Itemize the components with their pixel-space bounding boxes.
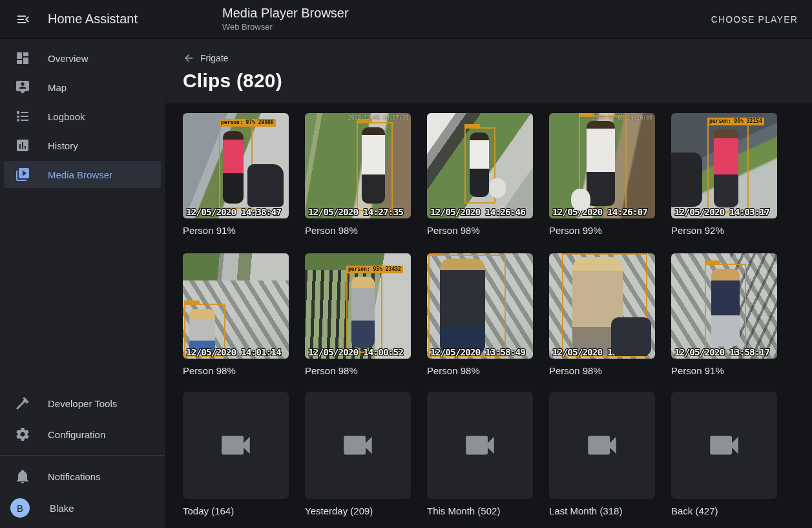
folder-item[interactable]: This Month (502) xyxy=(427,392,533,517)
clip-timestamp: 12/05/2020 13:58:30 xyxy=(552,348,647,357)
clip-label: Person 92% xyxy=(671,225,777,237)
sidebar-toggle-button[interactable] xyxy=(12,8,35,31)
clip-thumbnail: 12/05/2020 13:58:49 xyxy=(427,253,533,359)
clip-timestamp: 12/05/2020 13:58:17 xyxy=(674,348,769,357)
detection-score-tag: person: 96% 32154 xyxy=(707,118,764,125)
folder-label: Today (164) xyxy=(183,505,289,517)
notifications-label: Notifications xyxy=(48,471,101,482)
clip-thumbnail: 2020-12-05 14:26:08 12/05/2020 14:26:07 xyxy=(549,113,655,218)
clip-timestamp: 12/05/2020 13:58:49 xyxy=(430,348,525,357)
clip-thumbnail: 12/05/2020 13:58:17 xyxy=(671,253,777,359)
sidebar-item-logbook[interactable]: Logbook xyxy=(4,103,161,130)
video-camera-icon xyxy=(705,427,743,464)
menu-open-icon xyxy=(16,12,31,27)
detection-bounding-box: person: 96% 32154 xyxy=(707,123,749,213)
clip-item[interactable]: person: 96% 32154 12/05/2020 14:03:17 Pe… xyxy=(671,113,777,237)
sidebar-item-map[interactable]: Map xyxy=(4,74,161,101)
clip-item[interactable]: 12/05/2020 14:01:14 Person 98% xyxy=(183,253,289,377)
clip-timestamp: 12/05/2020 14:26:46 xyxy=(430,207,525,217)
user-name: Blake xyxy=(50,503,74,514)
folder-label: Last Month (318) xyxy=(549,505,655,517)
folder-label: Back (427) xyxy=(671,505,777,517)
video-camera-icon xyxy=(583,427,621,464)
video-camera-icon xyxy=(461,427,499,464)
detection-score-tag xyxy=(464,124,480,128)
panel-title: Media Player Browser xyxy=(222,6,349,21)
clip-item[interactable]: 2020-12-05 14:26:08 12/05/2020 14:26:07 … xyxy=(549,113,655,237)
detection-score-tag xyxy=(705,260,720,264)
clip-item[interactable]: person: 97% 29988 12/05/2020 14:38:47 Pe… xyxy=(183,113,289,237)
camera-overlay-timestamp: 2020-12-05 14:27:36 xyxy=(348,115,408,121)
clip-label: Person 98% xyxy=(427,225,533,237)
clip-item[interactable]: 12/05/2020 13:58:30 Person 98% xyxy=(549,253,655,377)
detection-bounding-box xyxy=(562,253,647,357)
detection-bounding-box xyxy=(428,255,506,357)
sidebar-item-label: History xyxy=(48,140,78,151)
page-title: Clips (820) xyxy=(183,70,812,92)
sidebar-header: Home Assistant xyxy=(0,8,165,31)
clip-item[interactable]: 12/05/2020 13:58:17 Person 91% xyxy=(671,253,777,377)
clip-item[interactable]: 12/05/2020 14:26:46 Person 98% xyxy=(427,113,533,237)
folder-item[interactable]: Yesterday (209) xyxy=(305,392,411,517)
account-location-icon xyxy=(15,79,30,95)
sidebar-item-configuration[interactable]: Configuration xyxy=(4,421,161,448)
clip-label: Person 98% xyxy=(305,225,411,237)
folder-item[interactable]: Today (164) xyxy=(183,392,289,517)
chart-box-icon xyxy=(15,138,30,153)
clip-label: Person 98% xyxy=(305,365,411,377)
detection-bounding-box xyxy=(705,264,746,350)
clip-item[interactable]: 2020-12-05 14:27:36 12/05/2020 14:27:35 … xyxy=(305,113,411,237)
detection-score-tag: person: 95% 23432 xyxy=(346,266,403,273)
clip-item[interactable]: person: 95% 23432 12/05/2020 14:00:52 Pe… xyxy=(305,253,411,377)
sidebar: Overview Map Logbook History Media Brows… xyxy=(0,39,165,528)
sidebar-item-label: Configuration xyxy=(48,429,105,440)
folder-item[interactable]: Back (427) xyxy=(671,392,777,517)
folder-label: This Month (502) xyxy=(427,505,533,517)
sidebar-item-developer-tools[interactable]: Developer Tools xyxy=(4,390,161,417)
detection-bounding-box xyxy=(357,122,393,211)
detection-score-tag: person: 97% 29988 xyxy=(219,119,276,127)
folder-thumbnail xyxy=(671,392,777,499)
clip-timestamp: 12/05/2020 14:26:07 xyxy=(552,207,647,217)
sidebar-item-media-browser[interactable]: Media Browser xyxy=(4,161,161,188)
arrow-left-icon xyxy=(183,52,194,64)
detection-score-tag xyxy=(562,253,578,254)
app-title: Home Assistant xyxy=(48,12,138,26)
clip-thumbnail: 12/05/2020 14:01:14 xyxy=(183,253,289,359)
video-camera-icon xyxy=(339,427,377,464)
camera-overlay-timestamp: 2020-12-05 14:26:08 xyxy=(592,115,652,121)
panel-title-block: Media Player Browser Web Browser xyxy=(222,6,349,32)
choose-player-button[interactable]: CHOOSE PLAYER xyxy=(706,9,803,30)
sidebar-spacer xyxy=(0,190,165,388)
clip-timestamp: 12/05/2020 14:38:47 xyxy=(186,207,281,217)
clip-timestamp: 12/05/2020 14:00:52 xyxy=(308,348,403,357)
panel-subtitle: Web Browser xyxy=(222,22,349,32)
avatar: B xyxy=(10,498,30,518)
sidebar-item-notifications[interactable]: Notifications xyxy=(4,463,161,490)
clip-thumbnail: person: 96% 32154 12/05/2020 14:03:17 xyxy=(671,113,777,218)
folder-item[interactable]: Last Month (318) xyxy=(549,392,655,517)
clip-label: Person 98% xyxy=(549,365,655,377)
sidebar-item-overview[interactable]: Overview xyxy=(4,45,161,72)
folder-label: Yesterday (209) xyxy=(305,505,411,517)
clip-thumbnail: person: 95% 23432 12/05/2020 14:00:52 xyxy=(305,253,411,359)
breadcrumb-label: Frigate xyxy=(200,53,229,63)
breadcrumb-back[interactable]: Frigate xyxy=(183,52,229,64)
dashboard-icon xyxy=(15,50,30,66)
clip-timestamp: 12/05/2020 14:03:17 xyxy=(674,207,769,217)
clip-timestamp: 12/05/2020 14:27:35 xyxy=(308,207,403,217)
folder-thumbnail xyxy=(549,392,655,499)
sidebar-item-history[interactable]: History xyxy=(4,132,161,159)
media-grid: person: 97% 29988 12/05/2020 14:38:47 Pe… xyxy=(165,103,812,517)
detection-bounding-box: person: 95% 23432 xyxy=(346,271,382,353)
sidebar-divider xyxy=(0,455,165,456)
detection-score-tag xyxy=(184,301,200,304)
folder-thumbnail xyxy=(183,392,289,499)
clip-thumbnail: person: 97% 29988 12/05/2020 14:38:47 xyxy=(183,113,289,218)
sidebar-item-profile[interactable]: B Blake xyxy=(4,493,161,523)
clip-label: Person 98% xyxy=(183,365,289,377)
clip-label: Person 91% xyxy=(671,365,777,377)
clip-item[interactable]: 12/05/2020 13:58:49 Person 98% xyxy=(427,253,533,377)
app-header: Home Assistant Media Player Browser Web … xyxy=(0,0,812,39)
detection-bounding-box xyxy=(464,127,495,204)
